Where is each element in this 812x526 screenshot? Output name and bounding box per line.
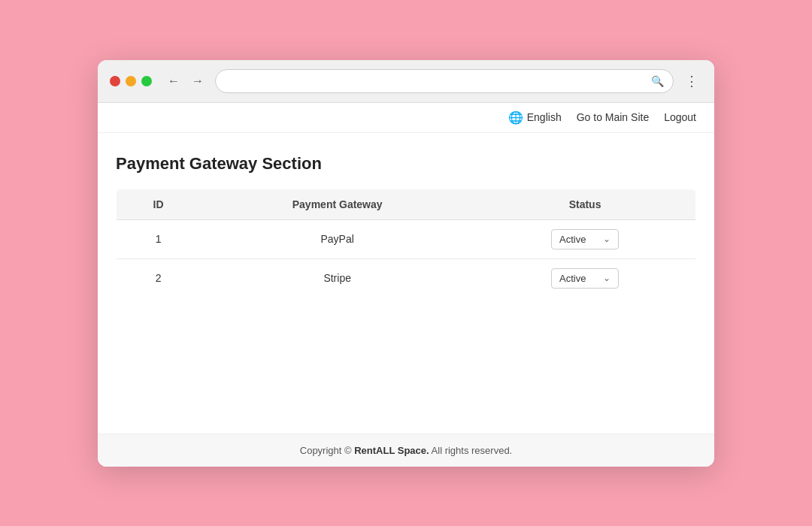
- cell-id: 2: [117, 258, 201, 298]
- footer-copyright: Copyright ©: [300, 445, 352, 456]
- footer-brand: RentALL Space.: [354, 445, 429, 456]
- chevron-down-icon: ⌄: [603, 234, 611, 244]
- traffic-lights: [110, 76, 152, 86]
- search-icon: 🔍: [651, 75, 664, 87]
- status-dropdown[interactable]: Active⌄: [551, 268, 619, 289]
- address-bar[interactable]: 🔍: [215, 69, 674, 93]
- globe-icon: 🌐: [508, 110, 523, 125]
- main-content: Payment Gateway Section ID Payment Gatew…: [98, 133, 714, 434]
- table-row: 1PayPalActive⌄: [117, 219, 696, 258]
- footer-rights: All rights reserved.: [432, 445, 513, 456]
- page-title: Payment Gateway Section: [116, 154, 696, 174]
- logout-link[interactable]: Logout: [664, 111, 696, 123]
- forward-button[interactable]: →: [188, 73, 208, 89]
- go-to-main-site-link[interactable]: Go to Main Site: [577, 111, 650, 123]
- cell-id: 1: [117, 219, 201, 258]
- col-status: Status: [474, 189, 695, 219]
- status-label: Active: [559, 273, 586, 284]
- nav-buttons: ← →: [164, 73, 208, 89]
- footer: Copyright © RentALL Space. All rights re…: [98, 434, 714, 467]
- cell-status: Active⌄: [474, 219, 695, 258]
- back-button[interactable]: ←: [164, 73, 183, 89]
- top-nav: 🌐 English Go to Main Site Logout: [98, 103, 714, 133]
- status-dropdown[interactable]: Active⌄: [551, 229, 619, 249]
- minimize-dot[interactable]: [126, 76, 136, 86]
- table-row: 2StripeActive⌄: [117, 258, 696, 298]
- payment-gateway-table: ID Payment Gateway Status 1PayPalActive⌄…: [116, 189, 696, 298]
- table-header: ID Payment Gateway Status: [117, 189, 696, 219]
- cell-gateway: Stripe: [200, 258, 474, 298]
- chevron-down-icon: ⌄: [603, 273, 611, 283]
- cell-gateway: PayPal: [200, 219, 474, 258]
- language-label: English: [527, 111, 562, 123]
- browser-chrome: ← → 🔍 ⋮: [98, 60, 714, 103]
- cell-status: Active⌄: [474, 258, 695, 298]
- maximize-dot[interactable]: [141, 76, 152, 86]
- status-label: Active: [559, 234, 586, 245]
- close-dot[interactable]: [110, 76, 120, 86]
- browser-menu-button[interactable]: ⋮: [681, 71, 702, 91]
- col-gateway: Payment Gateway: [200, 189, 474, 219]
- browser-window: ← → 🔍 ⋮ 🌐 English Go to Main Site Logout…: [98, 60, 714, 467]
- language-selector[interactable]: 🌐 English: [508, 110, 562, 125]
- table-body: 1PayPalActive⌄2StripeActive⌄: [117, 219, 696, 298]
- col-id: ID: [117, 189, 201, 219]
